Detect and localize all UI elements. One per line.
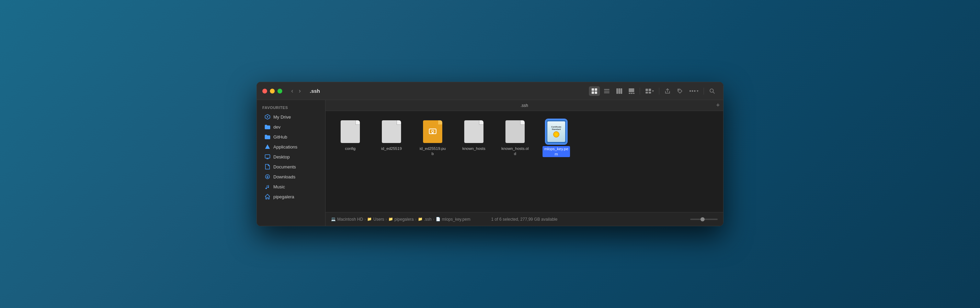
- mlops-file-icon: 📄: [436, 217, 441, 221]
- sidebar-item-label: My Drive: [273, 115, 291, 120]
- sidebar-item-pipegalera[interactable]: pipegalera: [259, 192, 323, 201]
- sidebar-item-documents[interactable]: Documents: [259, 162, 323, 172]
- svg-rect-14: [646, 89, 648, 91]
- content-area: Favourites My Drive dev GitHub: [257, 100, 723, 226]
- maximize-button[interactable]: [277, 89, 282, 94]
- svg-rect-6: [604, 93, 609, 93]
- more-button[interactable]: ••• ▾: [687, 86, 701, 96]
- svg-point-18: [679, 90, 679, 90]
- close-button[interactable]: [262, 89, 267, 94]
- tag-button[interactable]: [675, 86, 686, 96]
- file-label: known_hosts: [462, 146, 485, 151]
- file-label: known_hosts.old: [501, 146, 529, 156]
- file-id-ed25519-pub[interactable]: id_ed25519.pub: [419, 119, 446, 156]
- nav-buttons: ‹ ›: [289, 86, 303, 96]
- finder-window: ‹ › .ssh: [256, 82, 724, 226]
- view-grid-button[interactable]: [589, 86, 600, 96]
- slider-track[interactable]: [690, 219, 718, 220]
- view-columns-button[interactable]: [614, 86, 625, 96]
- file-label: config: [345, 146, 356, 151]
- macintosh-hd-icon: 💻: [331, 217, 336, 221]
- svg-rect-10: [629, 88, 634, 92]
- breadcrumb: 💻 Macintosh HD › 📁 Users › 📁 pipegalera …: [331, 217, 471, 222]
- divider3: [703, 88, 704, 94]
- files-area: config id_ed25519: [326, 111, 723, 212]
- file-id-ed25519[interactable]: id_ed25519: [378, 119, 405, 151]
- window-title: .ssh: [310, 88, 320, 94]
- sidebar: Favourites My Drive dev GitHub: [257, 100, 326, 226]
- divider2: [659, 88, 659, 94]
- breadcrumb-mlops[interactable]: 📄 mlops_key.pem: [436, 217, 471, 222]
- svg-rect-7: [616, 88, 618, 94]
- breadcrumb-users[interactable]: 📁 Users: [367, 217, 384, 222]
- sidebar-item-label: Applications: [273, 144, 298, 150]
- view-list-button[interactable]: [601, 86, 612, 96]
- sidebar-item-label: dev: [273, 124, 280, 129]
- sidebar-item-my-drive[interactable]: My Drive: [259, 112, 323, 122]
- known-hosts-icon: [463, 119, 485, 144]
- home-icon: [264, 193, 270, 200]
- svg-rect-1: [595, 88, 597, 91]
- pipegalera-folder-icon: 📁: [388, 217, 393, 221]
- view-gallery-button[interactable]: [626, 86, 637, 96]
- search-button[interactable]: [707, 86, 718, 96]
- breadcrumb-pipegalera[interactable]: 📁 pipegalera: [388, 217, 414, 222]
- minimize-button[interactable]: [270, 89, 275, 94]
- sidebar-item-label: pipegalera: [273, 194, 294, 199]
- file-known-hosts-old[interactable]: known_hosts.old: [501, 119, 529, 156]
- status-bar: 💻 Macintosh HD › 📁 Users › 📁 pipegalera …: [326, 212, 723, 226]
- slider-thumb[interactable]: [700, 217, 705, 221]
- svg-point-19: [710, 89, 714, 92]
- ssh-folder-icon: 📁: [418, 217, 423, 221]
- breadcrumb-separator: ›: [386, 217, 387, 222]
- sidebar-item-desktop[interactable]: Desktop: [259, 152, 323, 161]
- toolbar: ‹ › .ssh: [289, 86, 718, 96]
- sidebar-section-favourites: Favourites: [257, 104, 325, 112]
- documents-icon: [264, 164, 270, 170]
- svg-point-21: [267, 116, 268, 118]
- file-config[interactable]: config: [337, 119, 364, 151]
- status-text: 1 of 6 selected, 277,99 GB available: [492, 217, 558, 222]
- share-button[interactable]: [662, 86, 673, 96]
- file-mlops-key-pem[interactable]: CertificateStandard mlops_key.pem: [542, 119, 570, 157]
- svg-rect-4: [604, 89, 609, 90]
- svg-rect-11: [629, 93, 630, 94]
- svg-rect-5: [604, 91, 609, 91]
- breadcrumb-macintosh-hd[interactable]: 💻 Macintosh HD: [331, 217, 363, 222]
- breadcrumb-label: mlops_key.pem: [442, 217, 471, 222]
- file-known-hosts[interactable]: known_hosts: [460, 119, 488, 151]
- file-label: id_ed25519.pub: [419, 146, 446, 156]
- toolbar-actions: ▾ ••• ▾: [589, 86, 718, 96]
- sidebar-item-label: Music: [273, 184, 285, 189]
- main-content: .ssh + config id_ed25519: [326, 100, 723, 226]
- known-hosts-old-icon: [504, 119, 526, 144]
- svg-rect-3: [595, 91, 597, 94]
- breadcrumb-ssh[interactable]: 📁 .ssh: [418, 217, 432, 222]
- breadcrumb-separator: ›: [415, 217, 417, 222]
- file-label: mlops_key.pem: [542, 146, 570, 157]
- breadcrumb-separator: ›: [433, 217, 434, 222]
- svg-rect-15: [649, 89, 651, 91]
- pub-file-graphic: [428, 127, 438, 139]
- breadcrumb-label: .ssh: [424, 217, 432, 222]
- add-tab-button[interactable]: +: [716, 102, 720, 109]
- svg-rect-13: [633, 93, 635, 94]
- config-icon: [339, 119, 361, 144]
- svg-rect-0: [592, 88, 594, 91]
- back-button[interactable]: ‹: [289, 86, 295, 96]
- sidebar-item-applications[interactable]: Applications: [259, 142, 323, 152]
- sidebar-item-label: Downloads: [273, 174, 295, 179]
- sidebar-item-github[interactable]: GitHub: [259, 132, 323, 142]
- breadcrumb-separator: ›: [364, 217, 366, 222]
- svg-rect-12: [631, 93, 633, 94]
- breadcrumb-label: Users: [373, 217, 384, 222]
- forward-button[interactable]: ›: [297, 86, 303, 96]
- svg-point-29: [432, 130, 434, 132]
- group-button[interactable]: ▾: [643, 86, 656, 96]
- sidebar-item-dev[interactable]: dev: [259, 122, 323, 132]
- path-bar: .ssh +: [326, 100, 723, 111]
- sidebar-item-downloads[interactable]: Downloads: [259, 172, 323, 182]
- dev-folder-icon: [264, 124, 270, 130]
- sidebar-item-label: Documents: [273, 164, 296, 169]
- sidebar-item-music[interactable]: Music: [259, 182, 323, 192]
